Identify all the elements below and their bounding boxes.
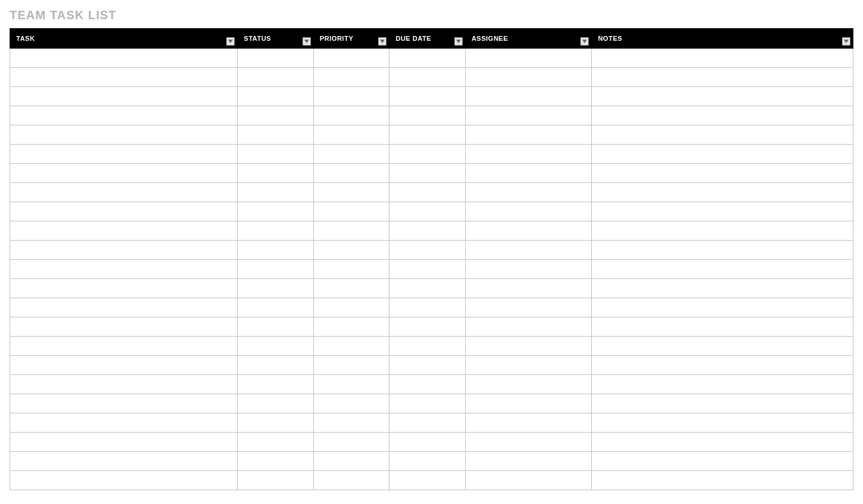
cell-assignee[interactable] bbox=[465, 433, 592, 452]
cell-task[interactable] bbox=[10, 183, 238, 202]
cell-notes[interactable] bbox=[592, 49, 853, 68]
cell-task[interactable] bbox=[10, 375, 238, 394]
cell-due_date[interactable] bbox=[389, 298, 465, 317]
cell-notes[interactable] bbox=[592, 260, 853, 279]
cell-task[interactable] bbox=[10, 125, 238, 145]
cell-priority[interactable] bbox=[313, 145, 389, 164]
cell-assignee[interactable] bbox=[465, 260, 592, 279]
cell-status[interactable] bbox=[238, 87, 313, 106]
cell-notes[interactable] bbox=[592, 317, 853, 337]
cell-task[interactable] bbox=[10, 202, 238, 221]
cell-assignee[interactable] bbox=[465, 49, 592, 68]
cell-status[interactable] bbox=[238, 375, 313, 394]
cell-due_date[interactable] bbox=[389, 433, 465, 452]
cell-due_date[interactable] bbox=[389, 337, 465, 356]
cell-status[interactable] bbox=[238, 260, 313, 279]
cell-notes[interactable] bbox=[592, 183, 853, 202]
cell-priority[interactable] bbox=[313, 394, 389, 413]
cell-task[interactable] bbox=[10, 279, 238, 298]
cell-assignee[interactable] bbox=[465, 394, 592, 413]
cell-status[interactable] bbox=[238, 241, 313, 260]
cell-assignee[interactable] bbox=[465, 241, 592, 260]
cell-assignee[interactable] bbox=[465, 202, 592, 221]
cell-notes[interactable] bbox=[592, 433, 853, 452]
cell-task[interactable] bbox=[10, 298, 238, 317]
cell-priority[interactable] bbox=[313, 452, 389, 471]
cell-status[interactable] bbox=[238, 394, 313, 413]
cell-assignee[interactable] bbox=[465, 87, 592, 106]
cell-priority[interactable] bbox=[313, 68, 389, 87]
cell-priority[interactable] bbox=[313, 356, 389, 375]
cell-assignee[interactable] bbox=[465, 298, 592, 317]
cell-task[interactable] bbox=[10, 49, 238, 68]
cell-priority[interactable] bbox=[313, 337, 389, 356]
cell-priority[interactable] bbox=[313, 87, 389, 106]
cell-notes[interactable] bbox=[592, 279, 853, 298]
cell-assignee[interactable] bbox=[465, 125, 592, 145]
cell-notes[interactable] bbox=[592, 452, 853, 471]
cell-task[interactable] bbox=[10, 241, 238, 260]
cell-status[interactable] bbox=[238, 145, 313, 164]
cell-due_date[interactable] bbox=[389, 221, 465, 241]
cell-due_date[interactable] bbox=[389, 68, 465, 87]
cell-notes[interactable] bbox=[592, 125, 853, 145]
cell-task[interactable] bbox=[10, 106, 238, 125]
filter-dropdown-icon[interactable] bbox=[454, 37, 463, 46]
cell-priority[interactable] bbox=[313, 106, 389, 125]
cell-notes[interactable] bbox=[592, 221, 853, 241]
cell-assignee[interactable] bbox=[465, 106, 592, 125]
cell-notes[interactable] bbox=[592, 202, 853, 221]
cell-due_date[interactable] bbox=[389, 279, 465, 298]
cell-task[interactable] bbox=[10, 68, 238, 87]
cell-due_date[interactable] bbox=[389, 452, 465, 471]
cell-priority[interactable] bbox=[313, 375, 389, 394]
cell-priority[interactable] bbox=[313, 317, 389, 337]
cell-due_date[interactable] bbox=[389, 394, 465, 413]
cell-status[interactable] bbox=[238, 125, 313, 145]
cell-status[interactable] bbox=[238, 356, 313, 375]
cell-status[interactable] bbox=[238, 317, 313, 337]
cell-priority[interactable] bbox=[313, 298, 389, 317]
cell-priority[interactable] bbox=[313, 202, 389, 221]
cell-due_date[interactable] bbox=[389, 183, 465, 202]
cell-priority[interactable] bbox=[313, 125, 389, 145]
cell-notes[interactable] bbox=[592, 375, 853, 394]
cell-due_date[interactable] bbox=[389, 471, 465, 490]
filter-dropdown-icon[interactable] bbox=[378, 37, 386, 46]
cell-notes[interactable] bbox=[592, 356, 853, 375]
cell-task[interactable] bbox=[10, 164, 238, 183]
cell-assignee[interactable] bbox=[465, 452, 592, 471]
cell-priority[interactable] bbox=[313, 413, 389, 433]
cell-notes[interactable] bbox=[592, 145, 853, 164]
cell-priority[interactable] bbox=[313, 164, 389, 183]
cell-assignee[interactable] bbox=[465, 337, 592, 356]
cell-assignee[interactable] bbox=[465, 68, 592, 87]
cell-task[interactable] bbox=[10, 87, 238, 106]
cell-status[interactable] bbox=[238, 202, 313, 221]
cell-priority[interactable] bbox=[313, 279, 389, 298]
cell-assignee[interactable] bbox=[465, 183, 592, 202]
cell-assignee[interactable] bbox=[465, 279, 592, 298]
cell-status[interactable] bbox=[238, 183, 313, 202]
cell-priority[interactable] bbox=[313, 183, 389, 202]
cell-assignee[interactable] bbox=[465, 471, 592, 490]
cell-priority[interactable] bbox=[313, 471, 389, 490]
cell-task[interactable] bbox=[10, 317, 238, 337]
cell-task[interactable] bbox=[10, 394, 238, 413]
filter-dropdown-icon[interactable] bbox=[842, 37, 850, 46]
filter-dropdown-icon[interactable] bbox=[226, 37, 235, 46]
cell-due_date[interactable] bbox=[389, 202, 465, 221]
cell-priority[interactable] bbox=[313, 221, 389, 241]
cell-due_date[interactable] bbox=[389, 260, 465, 279]
cell-status[interactable] bbox=[238, 279, 313, 298]
cell-priority[interactable] bbox=[313, 433, 389, 452]
cell-status[interactable] bbox=[238, 413, 313, 433]
cell-notes[interactable] bbox=[592, 413, 853, 433]
cell-notes[interactable] bbox=[592, 106, 853, 125]
cell-due_date[interactable] bbox=[389, 87, 465, 106]
filter-dropdown-icon[interactable] bbox=[302, 37, 311, 46]
cell-status[interactable] bbox=[238, 452, 313, 471]
cell-assignee[interactable] bbox=[465, 413, 592, 433]
cell-status[interactable] bbox=[238, 164, 313, 183]
cell-due_date[interactable] bbox=[389, 356, 465, 375]
